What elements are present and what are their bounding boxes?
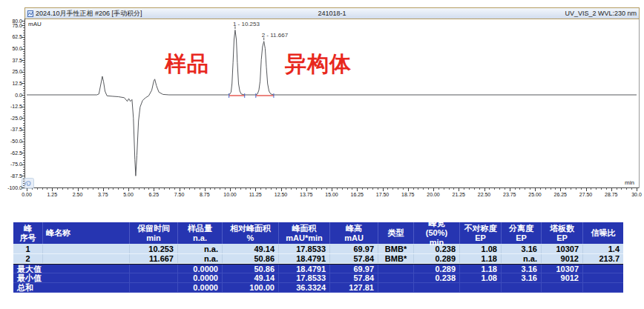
x-minor-tick [515, 188, 516, 190]
cell: 49.14 [223, 273, 279, 282]
x-minor-tick [189, 188, 190, 190]
y-minor-tick [23, 146, 24, 147]
header-line1: 峰名称 [46, 228, 126, 238]
table-row[interactable]: 211.667n.a.50.8618.479157.84BMB*0.2891.1… [13, 254, 623, 264]
x-minor-tick [321, 188, 322, 190]
cell: 69.97 [330, 265, 378, 273]
y-minor-tick [23, 88, 24, 89]
cell: 10307 [542, 245, 583, 253]
x-minor-tick [108, 188, 109, 190]
cell [378, 265, 414, 273]
cell: 3.16 [502, 245, 542, 253]
header-line2: EP [505, 233, 538, 243]
x-minor-tick [73, 188, 73, 190]
cell: 18.4791 [279, 265, 330, 273]
cell: 1 [13, 245, 43, 253]
x-tick [255, 188, 256, 191]
y-minor-tick [23, 27, 24, 28]
cell: n.a. [178, 254, 223, 263]
table-row[interactable]: 110.253n.a.49.1417.853369.97BMB*0.2381.0… [13, 245, 623, 254]
x-tick [205, 188, 206, 191]
x-tick [560, 188, 561, 191]
peak-results-table: 峰序号峰名称保留时间min样品量n.a.相对峰面积%峰面积mAU*min峰高mA… [13, 222, 623, 293]
x-tick [357, 188, 358, 191]
x-minor-tick [596, 188, 597, 190]
y-tick-label: -87.5 [1, 173, 22, 179]
cell: 9012 [542, 254, 583, 263]
y-minor-tick [23, 185, 24, 186]
x-minor-tick [276, 188, 277, 190]
cell: 1.08 [460, 245, 502, 253]
cell: BMB* [378, 245, 414, 253]
x-tick-label: 15.00 [320, 192, 344, 197]
y-tick-label: 0.0 [1, 93, 22, 98]
x-minor-tick [474, 188, 475, 190]
cell: 1.08 [460, 273, 502, 282]
x-minor-tick [118, 188, 119, 190]
cell: 17.8533 [279, 273, 330, 282]
cell: 2 [13, 254, 43, 263]
x-minor-tick [260, 188, 261, 190]
peak-label-connectors [235, 27, 264, 41]
x-minor-tick [519, 188, 520, 190]
cell: 57.84 [330, 254, 378, 263]
header-cell: 峰高mAU [330, 222, 378, 244]
y-minor-tick [23, 116, 24, 116]
cell: 0.0000 [178, 265, 223, 273]
cell: BMB* [378, 254, 414, 263]
x-minor-tick [621, 188, 622, 190]
x-minor-tick [372, 188, 373, 190]
cell: 0.238 [414, 245, 460, 253]
header-cell: 峰面积mAU*min [279, 222, 330, 244]
x-minor-tick [551, 188, 551, 190]
x-tick [230, 188, 231, 191]
x-minor-tick [403, 188, 404, 190]
header-cell: 峰宽 (50%)min [414, 222, 460, 244]
x-minor-tick [392, 188, 393, 190]
x-minor-tick [571, 188, 571, 190]
x-minor-tick [184, 188, 185, 190]
header-line1: 不对称度 [463, 224, 498, 233]
y-minor-tick [23, 51, 24, 52]
y-minor-tick [23, 90, 24, 91]
y-minor-tick [23, 35, 24, 36]
header-line1: 塔板数 [545, 224, 579, 233]
y-minor-tick [23, 64, 24, 65]
x-tick-label: 16.25 [345, 192, 369, 197]
header-line1: 信噪比 [586, 228, 620, 238]
y-minor-tick [23, 179, 24, 179]
y-tick-label: 37.5 [1, 58, 22, 63]
summary-label: 总和 [13, 283, 130, 292]
x-minor-tick [398, 188, 398, 190]
y-minor-tick [23, 173, 24, 174]
x-minor-tick [545, 188, 546, 190]
chromatogram-plot[interactable] [0, 0, 644, 202]
cell [460, 283, 502, 292]
header-line2: 序号 [16, 233, 39, 243]
summary-label: 最大值 [13, 265, 130, 273]
x-minor-tick [235, 188, 236, 190]
y-minor-tick [23, 86, 24, 87]
y-minor-tick [23, 53, 24, 54]
x-tick [180, 188, 180, 191]
header-cell: 分离度EP [502, 222, 542, 244]
x-minor-tick [210, 188, 211, 190]
y-tick-label: -25.0 [1, 116, 22, 121]
x-minor-tick [194, 188, 195, 190]
chromatogram-panel[interactable]: 2024.10月手性正相 #206 [手动积分] 241018-1 UV_VIS… [0, 0, 644, 202]
x-tick [78, 188, 79, 191]
y-tick-label: -50.0 [1, 139, 22, 144]
y-minor-tick [23, 181, 24, 182]
y-minor-tick [23, 171, 24, 172]
header-line2: n.a. [181, 233, 219, 243]
header-line2: mAU*min [282, 233, 326, 243]
x-minor-tick [296, 188, 297, 190]
cell: n.a. [178, 245, 223, 253]
x-minor-tick [362, 188, 363, 190]
cell: n.a. [502, 254, 542, 263]
y-minor-tick [23, 76, 24, 77]
x-minor-tick [123, 188, 124, 190]
y-tick-label: 50.0 [1, 46, 22, 51]
cell: 0.0000 [178, 283, 223, 292]
x-minor-tick [37, 188, 38, 190]
